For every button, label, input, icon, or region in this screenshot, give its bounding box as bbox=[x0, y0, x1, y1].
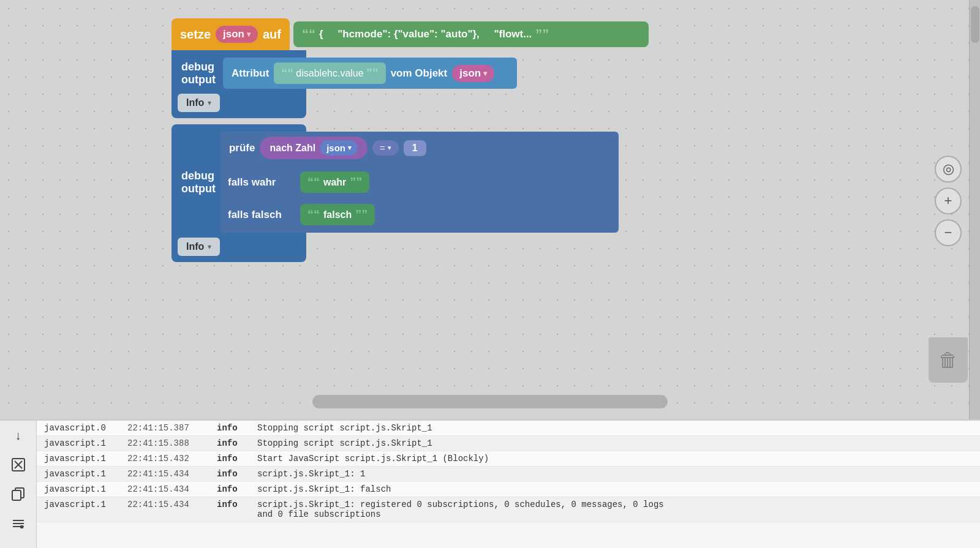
debug1-info-arrow: ▾ bbox=[208, 99, 211, 107]
attribut-value: disablehc.value bbox=[296, 68, 363, 79]
debug1-var-pill[interactable]: json ▾ bbox=[452, 65, 494, 82]
setze-block: setze json ▾ auf ““ { "hcmode": {"value"… bbox=[172, 18, 649, 50]
pruefe-var-pill[interactable]: json ▾ bbox=[320, 140, 358, 156]
log-level: info bbox=[217, 438, 247, 448]
log-row: javascript.1 22:41:15.388 info Stopping … bbox=[37, 436, 980, 451]
log-time: 22:41:15.432 bbox=[127, 454, 207, 464]
log-row: javascript.1 22:41:15.434 info script.js… bbox=[37, 467, 980, 482]
pruefe-operator: = bbox=[380, 143, 385, 153]
auf-label: auf bbox=[263, 28, 281, 42]
debug1-info-label: Info bbox=[186, 97, 204, 108]
zoom-in-icon: + bbox=[944, 193, 952, 209]
svg-rect-8 bbox=[20, 525, 23, 528]
debug2-info-label: Info bbox=[186, 241, 204, 252]
debug1-var-name: json bbox=[459, 67, 481, 80]
log-level: info bbox=[217, 500, 247, 509]
log-level: info bbox=[217, 469, 247, 479]
log-panel: ↓ javascript.0 bbox=[0, 419, 980, 548]
wahr-value: wahr bbox=[323, 177, 346, 188]
log-row: javascript.1 22:41:15.434 info script.js… bbox=[37, 497, 980, 522]
pruefe-value: 1 bbox=[404, 140, 426, 156]
setze-block-body: setze json ▾ auf bbox=[172, 18, 290, 50]
log-source: javascript.1 bbox=[44, 438, 118, 448]
setze-var-pill[interactable]: json ▾ bbox=[216, 26, 258, 43]
pruefe-var-name: json bbox=[326, 143, 345, 153]
debug2-info-area: Info ▾ bbox=[172, 236, 306, 262]
zoom-out-icon: − bbox=[944, 225, 952, 241]
falls-falsch-block: ““ falsch ”” bbox=[300, 204, 375, 225]
log-msg: script.js.Skript_1: 1 bbox=[257, 469, 973, 479]
falls-wahr-block: ““ wahr ”” bbox=[300, 171, 369, 193]
falsch-close-quote: ”” bbox=[355, 208, 368, 222]
download-icon: ↓ bbox=[15, 429, 21, 443]
vom-label: vom Objekt bbox=[391, 67, 448, 80]
zoom-out-button[interactable]: − bbox=[935, 219, 962, 246]
canvas-area[interactable]: setze json ▾ auf ““ { "hcmode": {"value"… bbox=[0, 0, 980, 419]
log-level: info bbox=[217, 484, 247, 494]
trash-bin[interactable]: 🗑 bbox=[929, 337, 968, 383]
log-level: info bbox=[217, 454, 247, 464]
setze-var-name: json bbox=[223, 28, 244, 40]
blocks-container: setze json ▾ auf ““ { "hcmode": {"value"… bbox=[172, 18, 649, 262]
log-msg: Start JavaScript script.js.Skript_1 (Blo… bbox=[257, 454, 973, 464]
log-time: 22:41:15.434 bbox=[127, 484, 207, 494]
wahr-open-quote: ““ bbox=[307, 175, 320, 189]
close-quote-setze: ”” bbox=[535, 26, 549, 42]
attribut-block: Attribut ““ disablehc.value ”” vom Objek… bbox=[223, 58, 517, 89]
log-content[interactable]: javascript.0 22:41:15.387 info Stopping … bbox=[37, 421, 980, 548]
falls-falsch-label: falls falsch bbox=[228, 209, 295, 221]
debug-block-1: debug output Attribut ““ disablehc.value… bbox=[172, 50, 306, 118]
wahr-close-quote: ”” bbox=[350, 175, 362, 189]
nach-zahl-block: nach Zahl json ▾ bbox=[260, 137, 368, 159]
log-level: info bbox=[217, 423, 247, 433]
pruefe-operator-pill[interactable]: = ▾ bbox=[372, 140, 399, 156]
log-msg: script.js.Skript_1: registered 0 subscri… bbox=[257, 500, 973, 519]
debug1-var-arrow: ▾ bbox=[483, 69, 487, 78]
right-scrollbar-thumb bbox=[971, 6, 979, 43]
debug2-info-arrow: ▾ bbox=[208, 242, 211, 251]
nach-zahl-label: nach Zahl bbox=[270, 143, 315, 154]
attr-close-quote: ”” bbox=[366, 66, 379, 80]
download-icon-btn[interactable]: ↓ bbox=[9, 426, 28, 445]
log-msg: Stopping script script.js.Skript_1 bbox=[257, 423, 973, 433]
debug1-info-button[interactable]: Info ▾ bbox=[178, 94, 220, 112]
trash-icon: 🗑 bbox=[938, 349, 958, 372]
log-source: javascript.1 bbox=[44, 454, 118, 464]
center-icon: ◎ bbox=[943, 161, 954, 177]
pruefe-row: prüfe nach Zahl json ▾ = ▾ 1 bbox=[221, 132, 619, 164]
pruefe-op-arrow: ▾ bbox=[388, 144, 391, 152]
log-msg: script.js.Skript_1: falsch bbox=[257, 484, 973, 494]
log-row: javascript.0 22:41:15.387 info Stopping … bbox=[37, 421, 980, 436]
falsch-value: falsch bbox=[323, 209, 352, 220]
canvas-scrollbar[interactable] bbox=[312, 395, 668, 408]
pruefe-block: prüfe nach Zahl json ▾ = ▾ 1 bbox=[221, 132, 619, 233]
log-time: 22:41:15.388 bbox=[127, 438, 207, 448]
falls-wahr-row: falls wahr ““ wahr ”” bbox=[221, 168, 619, 197]
copy-icon-btn[interactable] bbox=[9, 484, 28, 504]
attribut-label: Attribut bbox=[232, 67, 269, 80]
log-time: 22:41:15.434 bbox=[127, 500, 207, 509]
debug-block-2: debug output prüfe nach Zahl json ▾ bbox=[172, 124, 306, 262]
falls-wahr-label: falls wahr bbox=[228, 176, 295, 189]
log-row: javascript.1 22:41:15.432 info Start Jav… bbox=[37, 451, 980, 467]
setze-string-block: ““ { "hcmode": {"value": "auto"}, "flowt… bbox=[293, 21, 649, 47]
clear-icon-btn[interactable] bbox=[9, 455, 28, 475]
pruefe-label: prüfe bbox=[229, 142, 255, 154]
log-source: javascript.1 bbox=[44, 500, 118, 509]
log-source: javascript.0 bbox=[44, 423, 118, 433]
log-msg: Stopping script script.js.Skript_1 bbox=[257, 438, 973, 448]
setze-label: setze bbox=[180, 28, 211, 42]
debug2-info-button[interactable]: Info ▾ bbox=[178, 238, 220, 256]
log-row: javascript.1 22:41:15.434 info script.js… bbox=[37, 482, 980, 497]
filter-icon-btn[interactable] bbox=[9, 514, 28, 533]
zoom-in-button[interactable]: + bbox=[935, 187, 962, 214]
log-time: 22:41:15.387 bbox=[127, 423, 207, 433]
log-time: 22:41:15.434 bbox=[127, 469, 207, 479]
debug2-label: debug output bbox=[181, 170, 216, 195]
setze-string-value: { "hcmode": {"value": "auto"}, "flowt... bbox=[319, 28, 532, 40]
clear-icon bbox=[12, 458, 25, 471]
falls-falsch-row: falls falsch ““ falsch ”” bbox=[221, 200, 619, 233]
copy-icon bbox=[12, 487, 25, 501]
right-scrollbar[interactable] bbox=[969, 0, 980, 419]
center-button[interactable]: ◎ bbox=[935, 156, 962, 182]
